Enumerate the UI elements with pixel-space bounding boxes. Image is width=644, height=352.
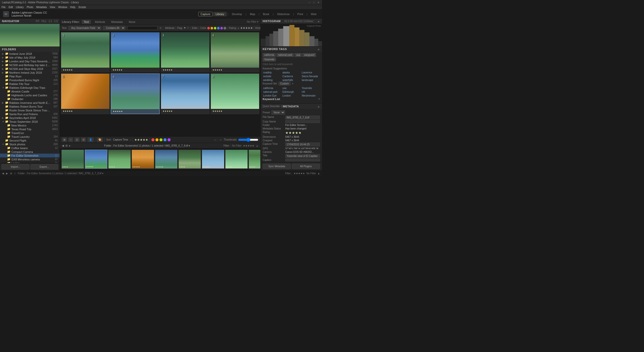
photo-cell-5[interactable]: 5 ★★★★★ bbox=[61, 73, 110, 114]
filmstrip-thumb-2[interactable]: ★★★★★ bbox=[85, 150, 107, 169]
survey-view-button[interactable]: ⊟ bbox=[81, 138, 86, 142]
catalog-item-texas[interactable]: ▼ 📁 Texas September 2018 5508 bbox=[0, 120, 60, 123]
keyword-tag-vanguard[interactable]: vanguard bbox=[302, 53, 316, 57]
catalog-item-gx8[interactable]: 📁 GX8 Mirrorless camera 37 bbox=[0, 157, 60, 161]
search-input[interactable] bbox=[127, 26, 157, 30]
catalog-item-newmexico[interactable]: 📁 New Mexico 1743 bbox=[0, 123, 60, 127]
keyword-hint[interactable]: Click here to add keywords bbox=[263, 63, 320, 66]
filmstrip-thumb-5[interactable]: ★★★★★ bbox=[155, 150, 178, 169]
menu-photo[interactable]: Photo bbox=[27, 6, 33, 9]
compare-view-button[interactable]: ⊡ bbox=[74, 138, 79, 142]
catalog-item-iceland[interactable]: ▶ 📁 Iceland June 2018 7658 bbox=[0, 52, 60, 56]
tab-library[interactable]: Library bbox=[213, 12, 227, 16]
kw-sierranevada[interactable]: Sierra Nevada bbox=[301, 75, 320, 78]
catalog-item-rabbies-inverness[interactable]: ▶ 📁 Rabbies Inverness and North East 250… bbox=[0, 101, 60, 105]
menu-help[interactable]: Help bbox=[70, 6, 75, 9]
spray-button[interactable]: 🎨 bbox=[97, 138, 103, 142]
search-field-select[interactable]: Any Searchable Field bbox=[68, 26, 101, 30]
tab-web[interactable]: Web bbox=[308, 12, 319, 16]
filmstrip-thumb-3[interactable]: ★★★★ bbox=[108, 150, 131, 169]
tab-develop[interactable]: Develop bbox=[229, 12, 245, 16]
rating-stars[interactable]: ★★★★★ bbox=[240, 26, 253, 30]
prev-button[interactable]: ← bbox=[214, 138, 217, 142]
sort-direction-icon[interactable]: ↑ bbox=[130, 138, 131, 141]
keyword-set-value[interactable]: Custom bbox=[278, 82, 291, 85]
filmstrip-thumb-8[interactable]: ★★★★ bbox=[225, 150, 248, 169]
kw-waterfalls[interactable]: waterfalls bbox=[282, 78, 301, 82]
catalog-item-compact-camera[interactable]: 📁 Compact Camera bbox=[0, 150, 60, 154]
filmstrip-no-filter[interactable]: No Filter bbox=[232, 144, 242, 147]
menu-view[interactable]: View bbox=[50, 6, 55, 9]
filmstrip-expand-icon[interactable]: ▲ bbox=[256, 144, 258, 147]
menu-file[interactable]: File bbox=[2, 6, 6, 9]
kw-londoneye[interactable]: London Eye bbox=[263, 94, 281, 97]
catalog-item-london[interactable]: ▶ 📁 London and Day Trips November 2018 1… bbox=[0, 59, 60, 63]
catalog-item-highlands[interactable]: 📁 Highlands Lochs and Castles 275 bbox=[0, 93, 60, 97]
catalog-item-texas-road[interactable]: 📁 Texas Road Trip 3663 bbox=[0, 127, 60, 131]
kw-california[interactable]: california bbox=[263, 86, 281, 90]
color-dot-purple[interactable] bbox=[168, 138, 171, 141]
catalog-item-second-flight[interactable]: 📁 Second Flight 41 bbox=[0, 139, 60, 142]
catalog-item-prestonfield[interactable]: 📁 Prestonfield Burns Night 105 bbox=[0, 78, 60, 82]
catalog-item-editor-screenshot[interactable]: 📁 For Editor Screenshot 11 bbox=[0, 154, 60, 157]
export-button[interactable]: Export... bbox=[30, 164, 58, 169]
filter-tab-attribute[interactable]: Attribute bbox=[93, 20, 107, 24]
tab-slideshow[interactable]: Slideshow bbox=[274, 12, 292, 16]
loupe-nav-icon[interactable]: □ bbox=[14, 172, 16, 175]
no-filter-label[interactable]: No Filter ▾ bbox=[247, 20, 258, 23]
color-green[interactable] bbox=[214, 27, 216, 29]
star-filter-gte[interactable]: ≥ bbox=[238, 27, 239, 29]
photo-cell-1[interactable]: 1 ★★★★★ bbox=[61, 32, 110, 72]
keyword-expand-icon[interactable]: ▲ bbox=[317, 48, 320, 51]
left-scroll-area[interactable]: Folders ▶ 📁 Iceland June 2018 7658 ▶ 📁 I… bbox=[0, 47, 60, 163]
histogram-header[interactable]: Histogram f/2.0 20 mm f/10 1/100sec ▲ bbox=[261, 19, 322, 24]
catalog-item-rabbie-fife[interactable]: 📁 Rabbie Fife Tour 113 bbox=[0, 82, 60, 86]
meta-value[interactable]: IMG_8785_6_7_8.tif bbox=[285, 116, 320, 119]
catalog-item-santa[interactable]: 📁 Santa Run and Potions 200 bbox=[0, 112, 60, 116]
color-blue[interactable] bbox=[217, 27, 220, 29]
photo-cell-7[interactable]: 7 ★★★★★ bbox=[161, 73, 210, 114]
nav-fit[interactable]: FIT bbox=[36, 20, 39, 23]
close-button[interactable]: ✕ bbox=[317, 1, 320, 4]
kw-london[interactable]: London bbox=[282, 94, 301, 97]
filmstrip-thumb-7[interactable]: ★★★★★ bbox=[202, 150, 224, 169]
menu-window[interactable]: Window bbox=[58, 6, 67, 9]
filmstrip-nav-grid-icon[interactable]: ⊞ bbox=[65, 144, 68, 147]
search-clear-button[interactable]: ✕ bbox=[159, 27, 162, 29]
grid-nav-icon[interactable]: ⊞ bbox=[10, 172, 12, 175]
kw-outside[interactable]: outside bbox=[263, 75, 281, 78]
tab-map[interactable]: Map bbox=[247, 12, 258, 16]
nav-1-1[interactable]: 1:1 bbox=[49, 20, 52, 23]
catalog-item-travelcon[interactable]: 📁 TravelCon bbox=[0, 131, 60, 135]
filter-tab-none[interactable]: None bbox=[127, 20, 137, 24]
filter-tab-metadata[interactable]: Metadata bbox=[109, 20, 125, 24]
catalog-item-alnwick[interactable]: 📁 Alnwick Castle 277 bbox=[0, 90, 60, 93]
thumbnail-size-slider[interactable] bbox=[238, 138, 258, 142]
flag-reject-icon[interactable]: ⚐ bbox=[187, 27, 189, 29]
photo-cell-4[interactable]: 4 ★★★★★ bbox=[211, 32, 259, 72]
catalog-item-roslin[interactable]: 📁 Roslin Snow Stock Stress Travel Photos bbox=[0, 108, 60, 112]
all-plugins-button[interactable]: All Plugins bbox=[292, 164, 320, 169]
kw-wedding[interactable]: wedding bbox=[263, 78, 281, 82]
keyword-tag-california[interactable]: california bbox=[263, 53, 276, 57]
menu-library[interactable]: Library bbox=[16, 6, 24, 9]
keyword-tags-header[interactable]: Keyword Tags ▲ bbox=[261, 47, 322, 52]
filmstrip-thumb-1[interactable]: ★★★★ bbox=[61, 150, 84, 169]
quick-describe-icon[interactable]: ⊡ bbox=[281, 105, 283, 108]
color-purple[interactable] bbox=[220, 27, 223, 29]
next-button[interactable]: → bbox=[219, 138, 222, 142]
color-none[interactable] bbox=[224, 27, 226, 29]
metadata-expand-icon[interactable]: ▲ bbox=[317, 105, 320, 108]
keyword-tag-usa[interactable]: usa bbox=[295, 53, 302, 57]
filmstrip-back-icon[interactable]: ◀ bbox=[62, 144, 64, 147]
maximize-button[interactable]: □ bbox=[312, 1, 315, 4]
histogram-expand-icon[interactable]: ▲ bbox=[317, 20, 320, 23]
grid-view-button[interactable]: ⊞ bbox=[62, 138, 67, 142]
catalog-item-laptop[interactable]: 📁 Laptop 21 bbox=[0, 161, 60, 163]
keyword-tag-nationalpark[interactable]: national park bbox=[276, 53, 294, 57]
search-mode-select[interactable]: Contains All bbox=[103, 26, 125, 30]
filmstrip-nav-arrow-icon[interactable]: ▸ bbox=[69, 144, 71, 147]
filmstrip-photos[interactable]: ★★★★ ★★★★★ ★★★★ ★★★★★ ★★★★★ bbox=[60, 149, 260, 170]
keyword-set-options-icon[interactable]: ▾ bbox=[292, 82, 293, 85]
catalog-item-isleofmay[interactable]: ▶ 📁 Isle of May July 2018 584 bbox=[0, 56, 60, 59]
